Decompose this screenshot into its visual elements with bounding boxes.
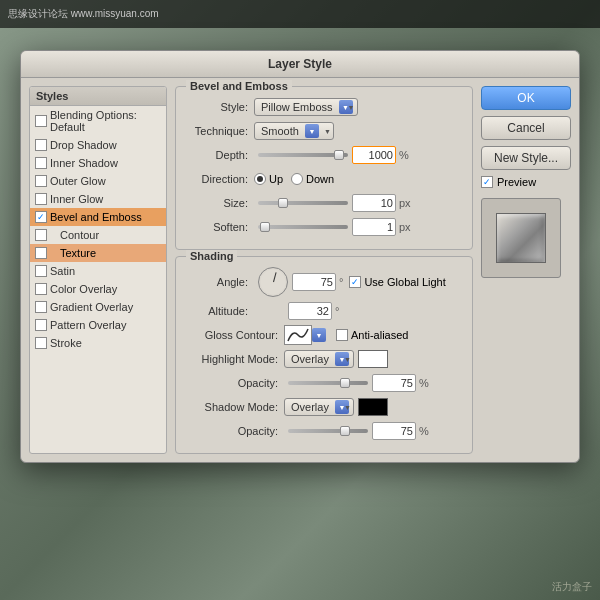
- anti-aliased-wrap[interactable]: Anti-aliased: [336, 329, 408, 341]
- technique-select[interactable]: Smooth ▼: [254, 122, 334, 140]
- style-row: Style: Pillow Emboss ▼: [184, 97, 464, 117]
- sidebar-item-outer-glow[interactable]: Outer Glow: [30, 172, 166, 190]
- global-light-checkbox[interactable]: [349, 276, 361, 288]
- shadow-mode-select[interactable]: Overlay ▼: [284, 398, 354, 416]
- style-select[interactable]: Pillow Emboss ▼: [254, 98, 358, 116]
- shadow-opacity-unit: %: [419, 425, 429, 437]
- sidebar-item-inner-glow[interactable]: Inner Glow: [30, 190, 166, 208]
- size-slider-track[interactable]: [258, 201, 348, 205]
- sidebar-item-drop-shadow[interactable]: Drop Shadow: [30, 136, 166, 154]
- size-input[interactable]: [352, 194, 396, 212]
- soften-row: Soften: px: [184, 217, 464, 237]
- contour-preview[interactable]: [284, 325, 312, 345]
- depth-unit: %: [399, 149, 409, 161]
- highlight-opacity-thumb[interactable]: [340, 378, 350, 388]
- checkbox-pattern-overlay: [35, 319, 47, 331]
- depth-slider-thumb[interactable]: [334, 150, 344, 160]
- gloss-contour-row: Gloss Contour: ▼ Anti-aliased: [184, 325, 464, 345]
- sidebar-item-contour[interactable]: Contour: [30, 226, 166, 244]
- shadow-mode-value: Overlay: [291, 401, 329, 413]
- global-light-label: Use Global Light: [364, 276, 445, 288]
- shadow-opacity-thumb[interactable]: [340, 426, 350, 436]
- sidebar-item-color-overlay[interactable]: Color Overlay: [30, 280, 166, 298]
- soften-input[interactable]: [352, 218, 396, 236]
- preview-box: [481, 198, 561, 278]
- direction-radio-group: Up Down: [254, 173, 334, 185]
- soften-slider-track[interactable]: [258, 225, 348, 229]
- anti-aliased-label: Anti-aliased: [351, 329, 408, 341]
- satin-label: Satin: [50, 265, 75, 277]
- highlight-opacity-slider[interactable]: [288, 381, 368, 385]
- depth-input[interactable]: [352, 146, 396, 164]
- structure-section-content: Style: Pillow Emboss ▼ Technique:: [184, 97, 464, 237]
- angle-input[interactable]: [292, 273, 336, 291]
- ok-button[interactable]: OK: [481, 86, 571, 110]
- watermark-top-text: 思缘设计论坛 www.missyuan.com: [8, 7, 159, 21]
- sidebar-item-bevel-emboss[interactable]: Bevel and Emboss: [30, 208, 166, 226]
- bevel-emboss-label: Bevel and Emboss: [50, 211, 142, 223]
- cancel-button[interactable]: Cancel: [481, 116, 571, 140]
- direction-up-radio[interactable]: Up: [254, 173, 283, 185]
- checkbox-blending: [35, 115, 47, 127]
- highlight-mode-select[interactable]: Overlay ▼: [284, 350, 354, 368]
- shading-section: Shading Angle: ° Use Global Light: [175, 256, 473, 454]
- sidebar-item-stroke[interactable]: Stroke: [30, 334, 166, 352]
- contour-dropdown-btn[interactable]: ▼: [312, 328, 326, 342]
- bevel-emboss-section-title: Bevel and Emboss: [186, 80, 292, 92]
- drop-shadow-label: Drop Shadow: [50, 139, 117, 151]
- direction-down-radio[interactable]: Down: [291, 173, 334, 185]
- styles-panel-header: Styles: [30, 87, 166, 106]
- altitude-input[interactable]: [288, 302, 332, 320]
- anti-aliased-checkbox[interactable]: [336, 329, 348, 341]
- bevel-emboss-section: Bevel and Emboss Style: Pillow Emboss ▼: [175, 86, 473, 250]
- altitude-label: Altitude:: [184, 305, 254, 317]
- sidebar-item-satin[interactable]: Satin: [30, 262, 166, 280]
- watermark-bottom-text: 活力盒子: [552, 580, 592, 594]
- shading-section-content: Angle: ° Use Global Light Altitude:: [184, 267, 464, 441]
- contour-curve-icon: [287, 328, 309, 342]
- shadow-color-swatch[interactable]: [358, 398, 388, 416]
- preview-thumbnail: [496, 213, 546, 263]
- sidebar-item-inner-shadow[interactable]: Inner Shadow: [30, 154, 166, 172]
- size-slider-thumb[interactable]: [278, 198, 288, 208]
- altitude-unit: °: [335, 305, 339, 317]
- direction-label: Direction:: [184, 173, 254, 185]
- direction-down-label: Down: [306, 173, 334, 185]
- soften-slider-thumb[interactable]: [260, 222, 270, 232]
- preview-checkbox[interactable]: [481, 176, 493, 188]
- highlight-color-swatch[interactable]: [358, 350, 388, 368]
- sidebar-item-blending[interactable]: Blending Options: Default: [30, 106, 166, 136]
- texture-label: Texture: [60, 247, 96, 259]
- sidebar-item-pattern-overlay[interactable]: Pattern Overlay: [30, 316, 166, 334]
- radio-down-circle: [291, 173, 303, 185]
- checkbox-color-overlay: [35, 283, 47, 295]
- pattern-overlay-label: Pattern Overlay: [50, 319, 126, 331]
- blending-label: Blending Options: Default: [50, 109, 160, 133]
- shadow-opacity-input[interactable]: [372, 422, 416, 440]
- color-overlay-label: Color Overlay: [50, 283, 117, 295]
- highlight-opacity-row: Opacity: %: [184, 373, 464, 393]
- contour-label: Contour: [60, 229, 99, 241]
- checkbox-contour: [35, 229, 47, 241]
- technique-value: Smooth: [261, 125, 299, 137]
- depth-slider-track[interactable]: [258, 153, 348, 157]
- angle-dial[interactable]: [258, 267, 288, 297]
- sidebar-item-gradient-overlay[interactable]: Gradient Overlay: [30, 298, 166, 316]
- highlight-opacity-input[interactable]: [372, 374, 416, 392]
- size-unit: px: [399, 197, 411, 209]
- gloss-contour-label: Gloss Contour:: [184, 329, 284, 341]
- global-light-wrap[interactable]: Use Global Light: [349, 276, 445, 288]
- sidebar-item-texture[interactable]: Texture: [30, 244, 166, 262]
- checkbox-satin: [35, 265, 47, 277]
- watermark-bar: 思缘设计论坛 www.missyuan.com: [0, 0, 600, 28]
- soften-unit: px: [399, 221, 411, 233]
- style-label: Style:: [184, 101, 254, 113]
- highlight-opacity-unit: %: [419, 377, 429, 389]
- technique-dropdown-arrow: ▼: [305, 124, 319, 138]
- technique-row: Technique: Smooth ▼: [184, 121, 464, 141]
- right-panel: OK Cancel New Style... Preview: [481, 86, 571, 454]
- shadow-opacity-slider[interactable]: [288, 429, 368, 433]
- new-style-button[interactable]: New Style...: [481, 146, 571, 170]
- direction-row: Direction: Up Down: [184, 169, 464, 189]
- checkbox-gradient-overlay: [35, 301, 47, 313]
